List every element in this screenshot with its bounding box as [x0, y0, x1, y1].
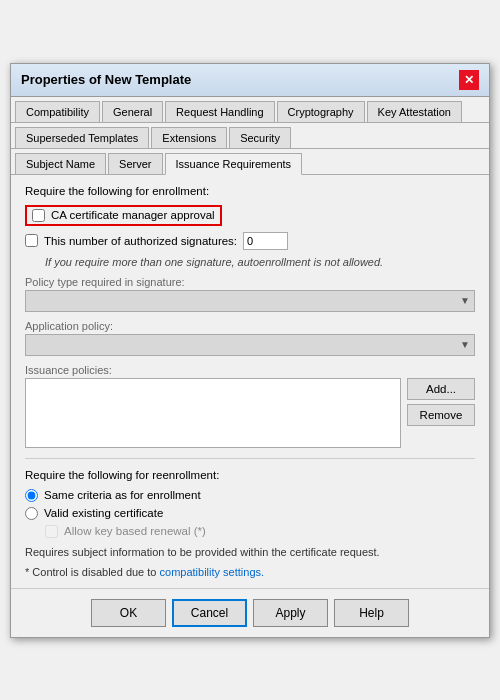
application-policy-group: Application policy: ▼ — [25, 320, 475, 356]
policy-type-label: Policy type required in signature: — [25, 276, 475, 288]
apply-button[interactable]: Apply — [253, 599, 328, 627]
allow-key-renewal-label: Allow key based renewal (*) — [64, 525, 206, 537]
authorized-signatures-checkbox[interactable] — [25, 234, 38, 247]
bottom-buttons: OK Cancel Apply Help — [11, 588, 489, 637]
issuance-policies-label: Issuance policies: — [25, 364, 475, 376]
ca-approval-highlighted: CA certificate manager approval — [25, 205, 222, 226]
tab-general[interactable]: General — [102, 101, 163, 122]
same-criteria-label: Same criteria as for enrollment — [44, 489, 201, 501]
cancel-button[interactable]: Cancel — [172, 599, 247, 627]
tab-extensions[interactable]: Extensions — [151, 127, 227, 148]
close-button[interactable]: ✕ — [459, 70, 479, 90]
issuance-policies-group: Issuance policies: Add... Remove — [25, 364, 475, 448]
authorized-signatures-input[interactable] — [243, 232, 288, 250]
same-criteria-row: Same criteria as for enrollment — [25, 489, 475, 502]
same-criteria-radio[interactable] — [25, 489, 38, 502]
valid-existing-label: Valid existing certificate — [44, 507, 163, 519]
policy-type-dropdown[interactable]: ▼ — [25, 290, 475, 312]
reenrollment-section-label: Require the following for reenrollment: — [25, 469, 475, 481]
tab-subject-name[interactable]: Subject Name — [15, 153, 106, 174]
tab-request-handling[interactable]: Request Handling — [165, 101, 274, 122]
valid-existing-radio[interactable] — [25, 507, 38, 520]
application-policy-dropdown[interactable]: ▼ — [25, 334, 475, 356]
tab-row-3: Subject Name Server Issuance Requirement… — [11, 149, 489, 175]
issuance-row: Add... Remove — [25, 378, 475, 448]
application-policy-arrow-icon: ▼ — [460, 339, 470, 350]
ca-approval-label: CA certificate manager approval — [51, 209, 215, 221]
remove-button[interactable]: Remove — [407, 404, 475, 426]
tab-cryptography[interactable]: Cryptography — [277, 101, 365, 122]
tab-superseded-templates[interactable]: Superseded Templates — [15, 127, 149, 148]
policy-type-arrow-icon: ▼ — [460, 295, 470, 306]
valid-existing-row: Valid existing certificate — [25, 507, 475, 520]
tab-row-1: Compatibility General Request Handling C… — [11, 97, 489, 123]
ca-approval-checkbox[interactable] — [32, 209, 45, 222]
policy-type-group: Policy type required in signature: ▼ — [25, 276, 475, 312]
footnote-prefix: * Control is disabled due to — [25, 566, 160, 578]
tab-row-2: Superseded Templates Extensions Security — [11, 123, 489, 149]
ok-button[interactable]: OK — [91, 599, 166, 627]
ca-approval-row: CA certificate manager approval — [25, 205, 475, 226]
properties-dialog: Properties of New Template ✕ Compatibili… — [10, 63, 490, 638]
compatibility-settings-link[interactable]: compatibility settings. — [160, 566, 265, 578]
tab-key-attestation[interactable]: Key Attestation — [367, 101, 462, 122]
tab-server[interactable]: Server — [108, 153, 162, 174]
enrollment-section-label: Require the following for enrollment: — [25, 185, 475, 197]
authorized-signatures-row: This number of authorized signatures: — [25, 232, 475, 250]
dialog-title: Properties of New Template — [21, 72, 191, 87]
content-area: Require the following for enrollment: CA… — [11, 175, 489, 588]
add-button[interactable]: Add... — [407, 378, 475, 400]
footnote: * Control is disabled due to compatibili… — [25, 566, 475, 578]
allow-key-renewal-row: Allow key based renewal (*) — [45, 525, 475, 538]
application-policy-label: Application policy: — [25, 320, 475, 332]
allow-key-renewal-checkbox[interactable] — [45, 525, 58, 538]
title-bar: Properties of New Template ✕ — [11, 64, 489, 97]
info-text: If you require more than one signature, … — [45, 256, 475, 268]
tab-issuance-requirements[interactable]: Issuance Requirements — [165, 153, 303, 175]
divider — [25, 458, 475, 459]
issuance-policies-box[interactable] — [25, 378, 401, 448]
tab-security[interactable]: Security — [229, 127, 291, 148]
authorized-signatures-label: This number of authorized signatures: — [44, 235, 237, 247]
help-button[interactable]: Help — [334, 599, 409, 627]
tab-compatibility[interactable]: Compatibility — [15, 101, 100, 122]
issuance-buttons: Add... Remove — [407, 378, 475, 426]
note-text: Requires subject information to be provi… — [25, 546, 475, 558]
